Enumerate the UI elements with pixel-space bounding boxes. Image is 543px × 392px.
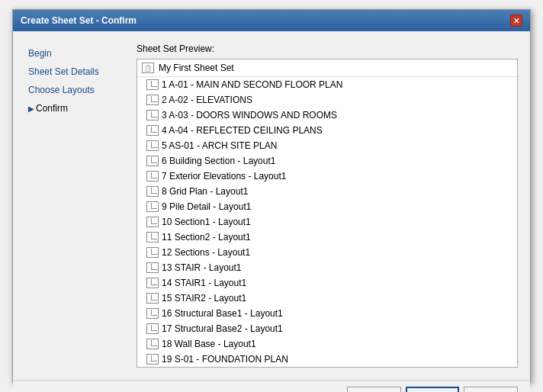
sheet-icon [146,79,159,90]
dialog: Create Sheet Set - Confirm ✕ Begin Sheet… [12,9,531,383]
sheet-label: 17 Structural Base2 - Layout1 [162,322,283,336]
sheet-label: 7 Exterior Elevations - Layout1 [162,169,286,183]
back-button[interactable]: < Back [347,387,401,392]
sheet-list-item: 14 STAIR1 - Layout1 [137,275,517,291]
preview-header: 📋 My First Sheet Set [137,59,517,77]
sheet-label: 10 Section1 - Layout1 [162,215,251,229]
sheet-list-item: 9 Pile Detail - Layout1 [137,199,517,214]
preview-content[interactable]: 1 A-01 - MAIN AND SECOND FLOOR PLAN2 A-0… [137,77,517,367]
sheet-icon [146,308,159,319]
sheet-list-item: 8 Grid Plan - Layout1 [137,184,517,199]
sheet-icon [146,140,159,151]
sheet-list-item: 5 AS-01 - ARCH SITE PLAN [137,138,517,153]
sheet-label: 6 Building Section - Layout1 [162,154,275,168]
sheet-label: 1 A-01 - MAIN AND SECOND FLOOR PLAN [162,78,342,92]
sheet-icon [146,186,159,197]
sheet-label: 13 STAIR - Layout1 [162,261,242,275]
sheet-icon [146,201,159,212]
sheet-list-item: 6 Building Section - Layout1 [137,153,517,169]
sheet-set-folder-icon: 📋 [142,63,154,73]
sheet-label: 8 Grid Plan - Layout1 [162,185,248,198]
sheet-set-name: My First Sheet Set [159,63,234,73]
title-bar: Create Sheet Set - Confirm ✕ [13,10,530,31]
sidebar-item-begin[interactable]: Begin [25,47,124,60]
sheet-list-item: 17 Structural Base2 - Layout1 [137,321,517,336]
preview-label: Sheet Set Preview: [137,43,518,54]
sheet-label: 4 A-04 - REFLECTED CEILING PLANS [162,124,323,137]
sheet-list-item: 15 STAIR2 - Layout1 [137,291,517,306]
sheet-list-item: 16 Structural Base1 - Layout1 [137,306,517,321]
sheet-icon [146,262,159,273]
close-button[interactable]: ✕ [510,14,522,27]
sheet-icon [146,339,159,349]
sheet-list-item: 11 Section2 - Layout1 [137,230,517,245]
sheet-label: 14 STAIR1 - Layout1 [162,276,246,290]
sheet-icon [146,95,159,105]
sheet-label: 15 STAIR2 - Layout1 [162,291,246,305]
preview-box: 📋 My First Sheet Set 1 A-01 - MAIN AND S… [137,59,518,368]
sheet-icon [146,156,159,166]
sheet-icon [146,278,159,288]
sheet-label: 19 S-01 - FOUNDATION PLAN [162,352,288,366]
sheet-label: 11 Section2 - Layout1 [162,230,251,244]
dialog-title: Create Sheet Set - Confirm [21,15,137,26]
sheet-icon [146,232,159,243]
sheet-list-item: 7 Exterior Elevations - Layout1 [137,169,517,184]
dialog-body: Begin Sheet Set Details Choose Layouts ▶… [13,31,530,380]
sheet-icon [146,217,159,227]
sheet-label: 5 AS-01 - ARCH SITE PLAN [162,139,277,153]
sidebar-item-confirm[interactable]: ▶ Confirm [25,101,124,115]
sheet-label: 12 Sections - Layout1 [162,246,250,259]
finish-button[interactable]: Finish [406,387,459,392]
sheet-icon [146,293,159,304]
sheet-list-item: 13 STAIR - Layout1 [137,260,517,275]
sheet-icon [146,125,159,136]
sheet-list-item: 3 A-03 - DOORS WINDOWS AND ROOMS [137,108,517,123]
sheet-label: 2 A-02 - ELEVATIONS [162,93,252,107]
sheet-label: 9 Pile Detail - Layout1 [162,200,251,214]
sheet-label: 16 Structural Base1 - Layout1 [162,307,283,320]
sheet-list-item: 4 A-04 - REFLECTED CEILING PLANS [137,123,517,138]
current-arrow-icon: ▶ [28,104,34,113]
sheet-list-item: 18 Wall Base - Layout1 [137,336,517,352]
sidebar-item-sheet-set-details[interactable]: Sheet Set Details [25,65,124,79]
main-area: Sheet Set Preview: 📋 My First Sheet Set … [137,43,518,368]
sheet-icon [146,171,159,182]
sheet-icon [146,354,159,365]
sheet-icon [146,110,159,120]
sheet-icon [146,323,159,334]
sheet-list-item: 19 S-01 - FOUNDATION PLAN [137,352,517,367]
sheet-label: 3 A-03 - DOORS WINDOWS AND ROOMS [162,108,337,122]
sheet-list-item: 12 Sections - Layout1 [137,245,517,260]
sheet-icon [146,247,159,258]
sheet-label: 18 Wall Base - Layout1 [162,337,256,351]
sidebar-item-choose-layouts[interactable]: Choose Layouts [25,83,124,97]
sheet-list-item: 1 A-01 - MAIN AND SECOND FLOOR PLAN [137,77,517,92]
cancel-button[interactable]: Cancel [464,387,518,392]
sidebar: Begin Sheet Set Details Choose Layouts ▶… [25,43,124,368]
sheet-list-item: 2 A-02 - ELEVATIONS [137,92,517,108]
footer: < Back Finish Cancel [13,380,530,392]
sheet-list-item: 10 Section1 - Layout1 [137,214,517,230]
